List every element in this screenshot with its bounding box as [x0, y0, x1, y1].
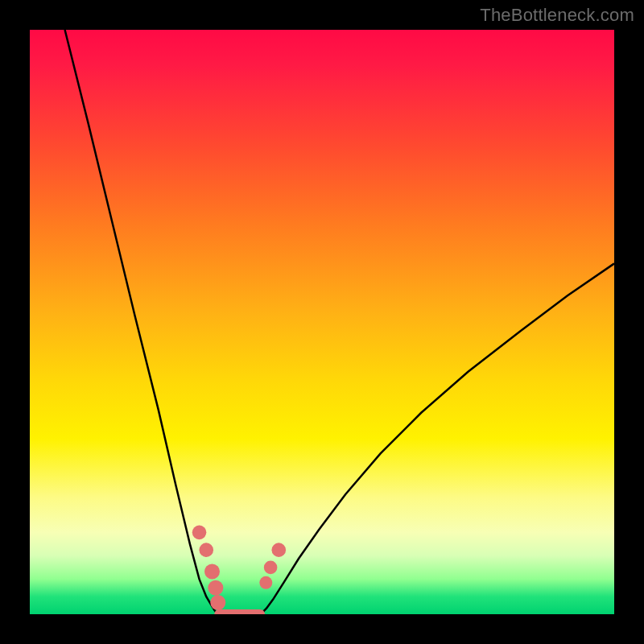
watermark-label: TheBottleneck.com: [480, 5, 634, 26]
chart-frame: TheBottleneck.com: [0, 0, 644, 644]
plot-area: [30, 30, 614, 614]
heatmap-gradient: [30, 30, 614, 614]
